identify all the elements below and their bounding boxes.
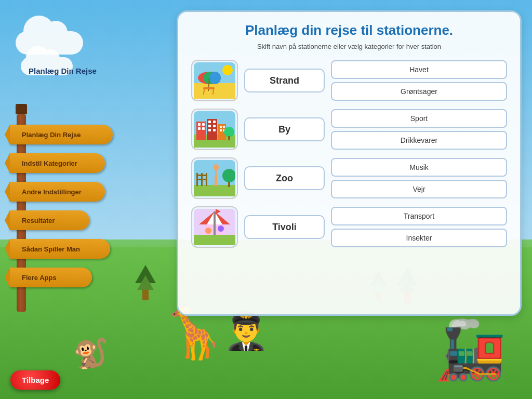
station-icon-strand xyxy=(191,60,238,101)
svg-rect-43 xyxy=(228,182,230,187)
station-icon-zoo xyxy=(191,157,238,199)
svg-rect-37 xyxy=(196,179,207,180)
sidebar-item-andre[interactable]: Andre Indstillinger xyxy=(9,182,105,202)
panel-title: Planlæg din rejse til stationerne. xyxy=(191,22,507,38)
train-character: 🚂 xyxy=(435,316,506,383)
post-top xyxy=(16,104,27,114)
station-row-by: BySportDrikkevarer xyxy=(191,109,507,150)
svg-rect-20 xyxy=(208,125,211,127)
svg-rect-30 xyxy=(228,136,230,140)
svg-rect-23 xyxy=(213,129,216,131)
svg-rect-1 xyxy=(194,83,235,99)
svg-rect-50 xyxy=(214,211,216,235)
station-name-tivoli[interactable]: Tivoli xyxy=(244,215,325,239)
svg-rect-41 xyxy=(215,164,216,167)
svg-line-9 xyxy=(213,89,214,95)
station-row-tivoli: TivoliTransportInsekter xyxy=(191,206,507,248)
sidebar-item-indstil[interactable]: Indstil Kategorier xyxy=(9,153,105,173)
category-btn-zoo-0[interactable]: Musik xyxy=(331,158,507,177)
station-name-zoo[interactable]: Zoo xyxy=(244,166,325,190)
station-name-by[interactable]: By xyxy=(244,117,325,141)
panel-subtitle: Skift navn på stationerne eller vælg kat… xyxy=(191,43,507,50)
station-categories-by: SportDrikkevarer xyxy=(331,109,507,150)
category-btn-tivoli-1[interactable]: Insekter xyxy=(331,229,507,247)
svg-line-8 xyxy=(204,89,204,95)
svg-point-5 xyxy=(209,72,221,84)
svg-rect-15 xyxy=(198,127,201,130)
svg-rect-36 xyxy=(196,175,207,176)
station-categories-zoo: MusikVejr xyxy=(331,158,507,198)
category-btn-zoo-1[interactable]: Vejr xyxy=(331,180,507,198)
stations-container: StrandHavetGrøntsager BySportDrikkevarer xyxy=(191,60,507,248)
sidebar-item-saadan[interactable]: Sådan Spiller Man xyxy=(9,239,110,259)
svg-rect-18 xyxy=(208,121,211,123)
svg-point-51 xyxy=(205,228,211,234)
svg-rect-26 xyxy=(223,126,225,128)
sidebar-item-planlaeg[interactable]: Planlæg Din Rejse xyxy=(9,125,113,144)
svg-point-2 xyxy=(222,65,233,75)
station-row-strand: StrandHavetGrøntsager xyxy=(191,60,507,101)
sidebar-item-flere[interactable]: Flere Apps xyxy=(9,268,92,287)
svg-rect-45 xyxy=(194,235,235,245)
category-btn-tivoli-0[interactable]: Transport xyxy=(331,207,507,225)
station-name-strand[interactable]: Strand xyxy=(244,69,325,92)
station-icon-tivoli xyxy=(191,206,238,248)
station-categories-tivoli: TransportInsekter xyxy=(331,207,507,247)
main-panel: Planlæg din rejse til stationerne. Skift… xyxy=(177,10,522,316)
svg-rect-21 xyxy=(213,125,216,127)
svg-rect-22 xyxy=(208,129,211,131)
signpost-area: Planlæg Din Rejse Indstil Kategorier And… xyxy=(16,104,27,312)
sidebar-item-resultater[interactable]: Resultater xyxy=(9,210,89,230)
svg-point-29 xyxy=(224,127,234,137)
svg-rect-7 xyxy=(203,87,215,89)
svg-point-42 xyxy=(222,169,235,182)
category-btn-strand-0[interactable]: Havet xyxy=(331,60,507,79)
svg-rect-27 xyxy=(220,129,222,131)
monkey-character: 🐒 xyxy=(73,337,109,370)
station-categories-strand: HavetGrøntsager xyxy=(331,60,507,101)
svg-rect-14 xyxy=(202,123,205,126)
sidebar-title: Planlæg Din Rejse xyxy=(29,66,97,75)
conductor-character: 👨‍✈️ xyxy=(223,310,269,352)
station-icon-by xyxy=(191,109,238,150)
category-btn-by-0[interactable]: Sport xyxy=(331,109,507,128)
svg-point-52 xyxy=(218,225,224,232)
station-row-zoo: ZooMusikVejr xyxy=(191,157,507,199)
svg-rect-16 xyxy=(202,127,205,130)
svg-rect-19 xyxy=(213,121,216,123)
back-button[interactable]: Tilbage xyxy=(10,370,60,390)
svg-rect-13 xyxy=(198,123,201,126)
post-pole: Planlæg Din Rejse Indstil Kategorier And… xyxy=(17,114,26,312)
category-btn-by-1[interactable]: Drikkevarer xyxy=(331,131,507,150)
category-btn-strand-1[interactable]: Grøntsager xyxy=(331,82,507,101)
svg-rect-25 xyxy=(220,126,222,128)
tree-3 xyxy=(135,265,156,300)
